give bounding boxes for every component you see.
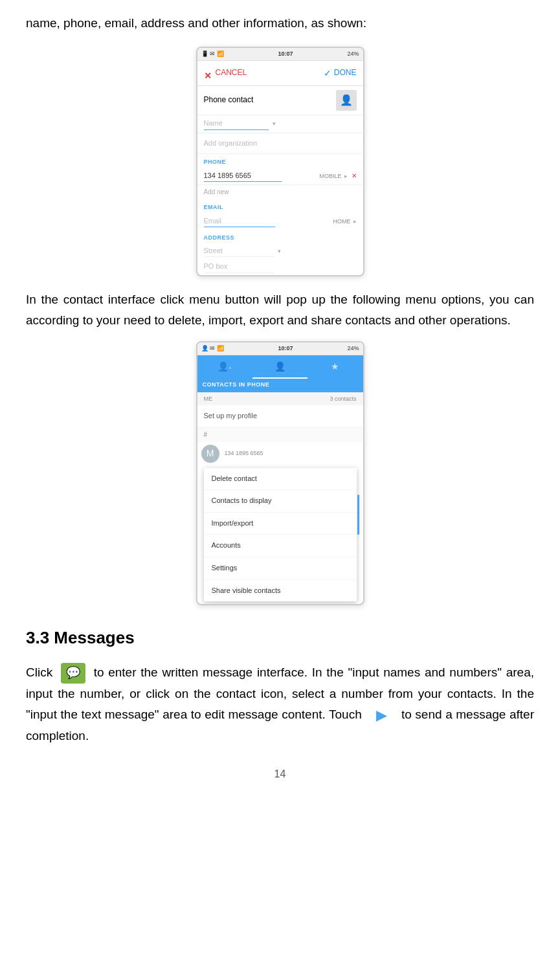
cancel-label: CANCEL [216,67,247,79]
phone-section-label: PHONE [197,154,363,167]
tab-contacts[interactable]: 👤 [252,355,308,379]
phone-field-row: 134 1895 6565 MOBILE ▸ ✕ [197,168,363,186]
status-bar-2: 👤 ✉ 📶 10:07 24% [197,342,363,355]
tab-add-contact[interactable]: 👤+ [197,355,252,379]
scrollbar [357,495,359,535]
email-type-label: HOME [333,217,351,226]
menu-item-contacts-to-display[interactable]: Contacts to display [204,490,357,513]
middle-paragraph: In the contact interface click menu butt… [26,289,534,331]
menu-item-delete[interactable]: Delete contact [204,468,357,491]
done-button[interactable]: ✓ DONE [324,66,357,80]
address-section-label: ADDRESS [197,230,363,243]
x-icon: ✕ [204,69,213,78]
messages-paragraph: Click 💬 to enter the written message int… [26,662,534,747]
email-input[interactable]: Email [204,216,275,228]
chevron-down-icon-2: ▾ [278,247,281,256]
contacts-in-phone-header: CONTACTS IN PHONE [197,379,363,392]
street-field-row: Street ▾ [197,243,363,260]
email-section-label: EMAIL [197,199,363,212]
check-icon: ✓ [324,66,331,80]
pobox-input[interactable]: PO box [204,261,275,273]
battery-1: 24% [347,49,359,58]
contact-avatar: M [201,445,219,463]
battery-2: 24% [347,344,359,353]
hash-separator: # [197,428,363,442]
menu-item-import-export[interactable]: Import/export [204,513,357,535]
done-label: DONE [334,67,357,79]
contact-item[interactable]: M 134 1895 6565 [197,442,363,465]
context-menu: Delete contact Contacts to display Impor… [204,468,357,602]
name-field[interactable]: Name [204,118,269,130]
cancel-button[interactable]: ✕ CANCEL [204,67,247,79]
status-icons-left: 📱 ✉ 📶 [201,49,224,58]
add-new-label[interactable]: Add new [197,185,363,199]
pobox-field-row: PO box [197,259,363,275]
contact-type-label: Phone contact [204,94,254,106]
tab-starred[interactable]: ★ [308,355,363,379]
contact-phone-label: 134 1895 6565 [225,449,263,458]
name-field-row: Name ▾ [197,115,363,133]
menu-item-share-visible[interactable]: Share visible contacts [204,580,357,602]
tab-bar: 👤+ 👤 ★ [197,355,363,379]
chevron-down-icon: ▾ [273,119,276,128]
messages-text-pre: Click [26,665,52,679]
set-up-profile-item[interactable]: Set up my profile [197,405,363,428]
contact-type-row: Phone contact 👤 [197,86,363,115]
time-2: 10:07 [278,344,293,353]
street-input[interactable]: Street [204,245,275,258]
action-bar: ✕ CANCEL ✓ DONE [197,61,363,86]
phone-number-field[interactable]: 134 1895 6565 [204,170,282,183]
email-field-row: Email HOME ▸ [197,213,363,230]
organization-field[interactable]: Add organization [204,136,357,151]
first-phone-mockup: 📱 ✉ 📶 10:07 24% ✕ CANCEL ✓ DONE Phone co… [196,47,364,276]
page-number: 14 [26,766,534,783]
remove-phone-icon[interactable]: ✕ [352,171,357,181]
avatar: 👤 [336,90,357,111]
contact-count: 3 contacts [330,394,356,403]
time-1: 10:07 [278,49,293,58]
chevron-right-icon: ▸ [344,172,348,181]
me-label: ME [204,394,213,403]
menu-item-settings[interactable]: Settings [204,557,357,580]
section-heading-messages: 3.3 Messages [26,625,534,652]
organization-field-row: Add organization [197,133,363,155]
status-icons-left-2: 👤 ✉ 📶 [201,344,224,353]
me-section-header: ME 3 contacts [197,392,363,405]
messages-app-icon: 💬 [61,663,85,684]
phone-type-label: MOBILE [319,172,341,181]
intro-text: name, phone, email, address and other in… [26,13,534,34]
send-icon: ▶ [369,705,394,726]
status-bar-1: 📱 ✉ 📶 10:07 24% [197,48,363,60]
menu-item-accounts[interactable]: Accounts [204,535,357,557]
chevron-right-icon-2: ▸ [353,217,357,226]
second-phone-mockup: 👤 ✉ 📶 10:07 24% 👤+ 👤 ★ CONTACTS IN PHONE… [196,341,364,605]
